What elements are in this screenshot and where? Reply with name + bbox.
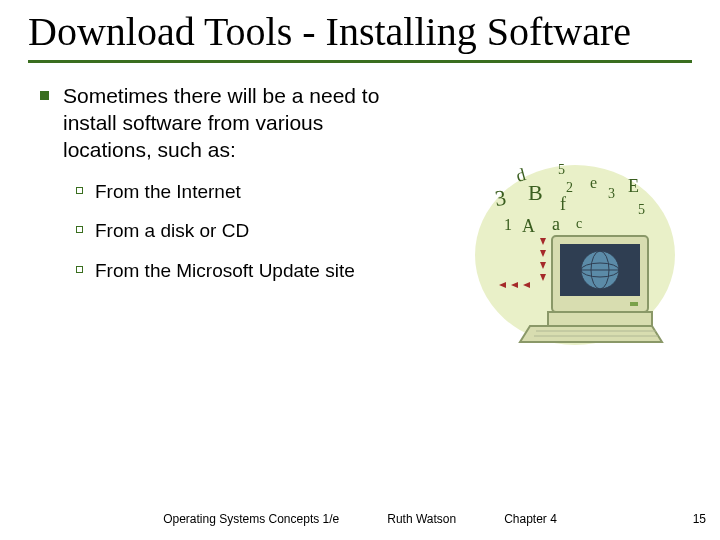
svg-text:3: 3 xyxy=(608,186,615,201)
bullet-level2: From the Internet xyxy=(76,180,380,204)
footer-chapter: Chapter 4 xyxy=(504,512,557,526)
square-bullet-icon xyxy=(40,91,49,100)
intro-text: Sometimes there will be a need to instal… xyxy=(63,83,380,164)
svg-text:a: a xyxy=(552,214,560,234)
footer-book: Operating Systems Concepts 1/e xyxy=(163,512,339,526)
svg-text:B: B xyxy=(528,180,543,205)
square-bullet-outline-icon xyxy=(76,226,83,233)
svg-text:1: 1 xyxy=(504,216,512,233)
svg-text:2: 2 xyxy=(566,180,573,195)
bullet-level1: Sometimes there will be a need to instal… xyxy=(40,83,380,164)
svg-text:5: 5 xyxy=(558,162,565,177)
bullet-level2: From a disk or CD xyxy=(76,219,380,243)
svg-marker-30 xyxy=(520,326,662,342)
slide-title: Download Tools - Installing Software xyxy=(28,10,692,54)
bullet-level2: From the Microsoft Update site xyxy=(76,259,380,283)
svg-rect-29 xyxy=(548,312,652,326)
computer-clipart-icon: d 5 3 B 2 e 3 E f 5 1 A a c xyxy=(470,150,680,350)
footer-author: Ruth Watson xyxy=(387,512,456,526)
subitem-internet: From the Internet xyxy=(95,180,241,204)
svg-text:5: 5 xyxy=(638,202,645,217)
svg-rect-28 xyxy=(630,302,638,306)
square-bullet-outline-icon xyxy=(76,266,83,273)
page-number: 15 xyxy=(693,512,706,526)
svg-text:f: f xyxy=(560,194,566,214)
subitem-disk: From a disk or CD xyxy=(95,219,249,243)
svg-text:e: e xyxy=(590,174,597,191)
svg-text:A: A xyxy=(522,216,535,236)
svg-text:c: c xyxy=(576,216,582,231)
subitem-msupdate: From the Microsoft Update site xyxy=(95,259,355,283)
square-bullet-outline-icon xyxy=(76,187,83,194)
svg-text:3: 3 xyxy=(493,185,507,211)
svg-text:E: E xyxy=(628,176,639,196)
slide-footer: Operating Systems Concepts 1/e Ruth Wats… xyxy=(0,512,720,526)
